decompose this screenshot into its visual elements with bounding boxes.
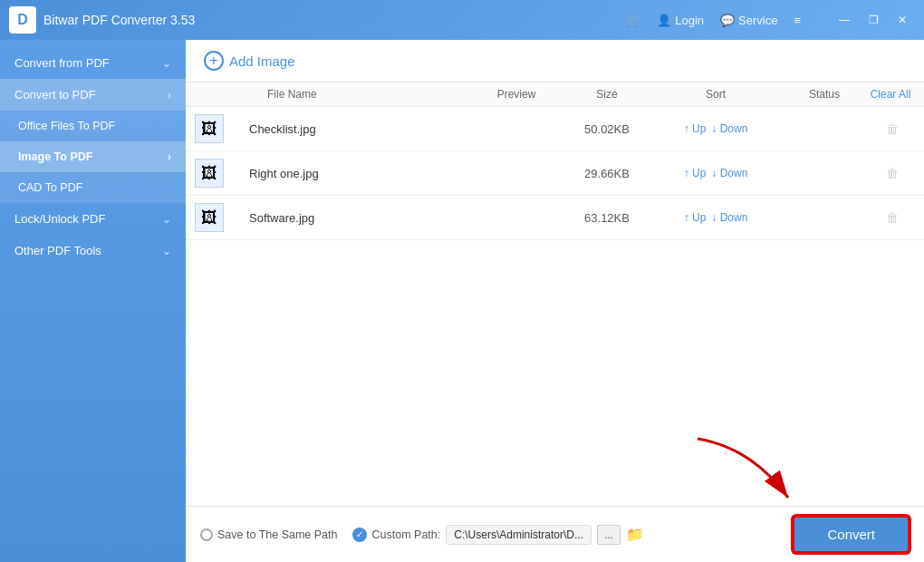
- delete-cell: [870, 165, 915, 181]
- custom-path-label: Custom Path:: [372, 528, 441, 541]
- file-icon: 🖼: [195, 159, 224, 188]
- file-size: 63.12KB: [562, 211, 652, 225]
- menu-button[interactable]: ≡: [794, 14, 801, 27]
- convert-button[interactable]: Convert: [793, 516, 910, 553]
- sidebar-item-convert-to-pdf[interactable]: Convert to PDF ›: [0, 79, 186, 111]
- cart-button[interactable]: 🛒: [626, 14, 640, 27]
- chevron-down-icon-3: ⌄: [162, 245, 171, 257]
- clear-all-button[interactable]: Clear All: [870, 88, 915, 101]
- content-area: + Add Image File Name Preview Size Sort …: [186, 40, 924, 562]
- chevron-right-icon: ›: [168, 89, 171, 102]
- column-preview: Preview: [471, 88, 562, 101]
- sidebar-item-lock-unlock-pdf[interactable]: Lock/Unlock PDF ⌄: [0, 203, 186, 235]
- close-button[interactable]: ✕: [890, 7, 915, 33]
- same-path-option[interactable]: Save to The Same Path: [200, 528, 338, 541]
- file-name: Right one.jpg: [240, 167, 471, 180]
- path-folder-button[interactable]: 📁: [626, 526, 644, 543]
- sidebar-item-cad-to-pdf[interactable]: CAD To PDF: [0, 172, 186, 203]
- sidebar-item-office-files-to-pdf[interactable]: Office Files To PDF: [0, 111, 186, 141]
- image-file-icon: 🖼: [201, 164, 217, 183]
- bottom-bar: Save to The Same Path ✓ Custom Path: C:\…: [186, 506, 924, 562]
- hamburger-icon: ≡: [794, 14, 801, 27]
- delete-button-0[interactable]: [886, 121, 899, 137]
- sort-down-button-2[interactable]: ↓ Down: [711, 211, 747, 224]
- column-filename: File Name: [240, 88, 471, 101]
- delete-button-1[interactable]: [886, 165, 899, 181]
- file-name: Checklist.jpg: [240, 122, 471, 136]
- content-wrapper: + Add Image File Name Preview Size Sort …: [186, 40, 924, 562]
- file-icon-cell: 🖼: [195, 159, 240, 188]
- column-status: Status: [779, 88, 870, 101]
- folder-icon: 📁: [626, 527, 644, 542]
- chevron-down-icon-2: ⌄: [162, 213, 171, 226]
- sidebar: Convert from PDF ⌄ Convert to PDF › Offi…: [0, 40, 186, 562]
- sort-up-button-2[interactable]: ↑ Up: [684, 211, 707, 224]
- check-icon: ✓: [352, 528, 367, 542]
- window-controls: — ❐ ✕: [832, 7, 915, 33]
- app-title: Bitwar PDF Converter 3.53: [43, 13, 626, 27]
- service-button[interactable]: 💬 Service: [720, 14, 777, 27]
- maximize-button[interactable]: ❐: [861, 7, 886, 33]
- title-bar-actions: 🛒 👤 Login 💬 Service ≡ — ❐ ✕: [626, 7, 915, 33]
- custom-path-section: ✓ Custom Path: C:\Users\Administrator\D.…: [352, 525, 644, 545]
- path-value: C:\Users\Administrator\D...: [446, 525, 592, 545]
- add-image-button[interactable]: + Add Image: [204, 51, 295, 71]
- table-row: 🖼 Software.jpg 63.12KB ↑ Up ↓ Down: [186, 196, 924, 240]
- file-size: 50.02KB: [562, 122, 652, 136]
- delete-cell: [870, 121, 915, 137]
- sidebar-item-other-pdf-tools[interactable]: Other PDF Tools ⌄: [0, 235, 186, 266]
- image-file-icon: 🖼: [201, 120, 217, 139]
- file-icon: 🖼: [195, 203, 224, 232]
- table-row: 🖼 Right one.jpg 29.66KB ↑ Up ↓ Down: [186, 151, 924, 196]
- sort-down-button-1[interactable]: ↓ Down: [711, 167, 747, 179]
- same-path-radio[interactable]: [200, 528, 213, 541]
- sort-up-button-0[interactable]: ↑ Up: [684, 122, 707, 135]
- file-size: 29.66KB: [562, 167, 652, 180]
- sort-cell: ↑ Up ↓ Down: [652, 122, 779, 135]
- delete-cell: [870, 209, 915, 226]
- file-table: File Name Preview Size Sort Status Clear…: [186, 82, 924, 506]
- file-icon-cell: 🖼: [195, 114, 240, 143]
- same-path-label: Save to The Same Path: [217, 528, 338, 541]
- image-file-icon: 🖼: [201, 208, 217, 228]
- delete-button-2[interactable]: [886, 209, 899, 226]
- minimize-button[interactable]: —: [832, 7, 857, 33]
- main-layout: Convert from PDF ⌄ Convert to PDF › Offi…: [0, 40, 924, 562]
- column-sort: Sort: [652, 88, 779, 101]
- file-icon-cell: 🖼: [195, 203, 240, 232]
- sort-cell: ↑ Up ↓ Down: [652, 167, 779, 179]
- sort-down-button-0[interactable]: ↓ Down: [711, 122, 747, 135]
- user-icon: 👤: [657, 14, 671, 27]
- login-button[interactable]: 👤 Login: [657, 14, 704, 27]
- sort-cell: ↑ Up ↓ Down: [652, 211, 779, 224]
- sort-up-button-1[interactable]: ↑ Up: [684, 167, 707, 179]
- add-circle-icon: +: [204, 51, 224, 71]
- file-name: Software.jpg: [240, 211, 471, 225]
- path-dots-button[interactable]: ...: [597, 525, 621, 545]
- file-icon: 🖼: [195, 114, 224, 143]
- sidebar-item-image-to-pdf[interactable]: Image To PDF ›: [0, 141, 186, 172]
- chevron-down-icon: ⌄: [162, 57, 171, 70]
- chat-icon: 💬: [720, 14, 735, 27]
- app-logo: D: [9, 6, 36, 34]
- title-bar: D Bitwar PDF Converter 3.53 🛒 👤 Login 💬 …: [0, 0, 924, 40]
- content-header: + Add Image: [186, 40, 924, 82]
- table-row: 🖼 Checklist.jpg 50.02KB ↑ Up ↓ Down: [186, 107, 924, 151]
- column-size: Size: [562, 88, 652, 101]
- cart-icon: 🛒: [626, 14, 640, 27]
- sidebar-item-convert-from-pdf[interactable]: Convert from PDF ⌄: [0, 47, 186, 79]
- table-header: File Name Preview Size Sort Status Clear…: [186, 82, 924, 107]
- arrow-right-icon: ›: [168, 150, 171, 163]
